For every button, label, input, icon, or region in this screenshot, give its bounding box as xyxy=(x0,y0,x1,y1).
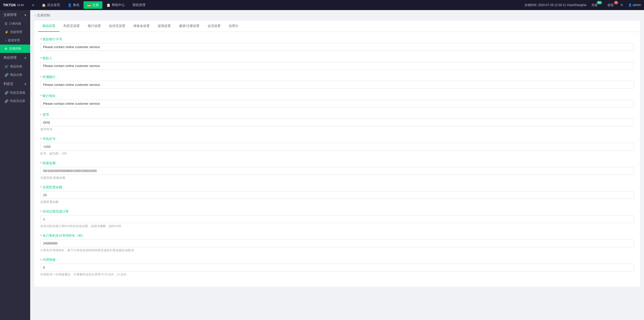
recharge-badge: 96 xyxy=(597,1,602,4)
form-content: * 收款银行卡号 * 收款人 * 所属银行 xyxy=(34,32,640,287)
input-area-code[interactable] xyxy=(40,143,634,151)
recharge-icon: ⚡ xyxy=(5,30,9,34)
breadcrumb: » 交易控制 xyxy=(34,13,640,18)
app-version: V3.39 xyxy=(17,4,24,7)
label-bank-address: * 银行地址 xyxy=(40,94,634,98)
field-bank-card: * 收款银行卡号 xyxy=(40,37,634,51)
list-icon: ☰ xyxy=(5,22,8,26)
nav-role[interactable]: 👤 角色 xyxy=(64,1,83,9)
field-area-code: * 手机区号 区号，如巴西：+55 xyxy=(40,137,634,156)
tab-interest[interactable]: 利息宝设置 xyxy=(59,21,84,32)
app-name: TIKTOK xyxy=(3,3,16,7)
chevron-down-icon: ∨ xyxy=(24,13,27,17)
tab-basic[interactable]: 基础设置 xyxy=(38,21,59,32)
withdraw-icon: ↑ xyxy=(5,39,6,42)
link-icon: 🔗 xyxy=(5,91,9,95)
nav-transaction[interactable]: 💳 交易 xyxy=(84,1,102,9)
cart-icon: 🛒 xyxy=(5,65,9,68)
input-currency[interactable] xyxy=(40,119,634,126)
field-auto-expire: * 自动过期充值订单 未支付的充值订单N小时后自动过期，必须为整数，如24小时 xyxy=(40,209,634,228)
field-bank-name: * 所属银行 xyxy=(40,75,634,89)
field-min-balance: * 交易所需余额 交易所需余额 xyxy=(40,185,634,204)
nav-dashboard[interactable]: 🏠 后台首页 xyxy=(38,1,64,9)
tab-bank[interactable]: 银行设置 xyxy=(84,21,105,32)
label-proxy-review: * 代理审核 xyxy=(40,258,634,262)
label-bank-card: * 收款银行卡号 xyxy=(40,37,634,42)
nav-help[interactable]: 📋 帮助中心 xyxy=(103,1,128,9)
tab-credit[interactable]: 信用分 xyxy=(225,21,243,32)
label-auto-expire: * 自动过期充值订单 xyxy=(40,209,634,214)
label-area-code: * 手机区号 xyxy=(40,137,634,141)
label-min-balance: * 交易所需余额 xyxy=(40,185,634,190)
admin-label: 👤 admin xyxy=(628,3,641,7)
top-navigation: TIKTOK V3.39 ≡ 🏠 后台首页 👤 角色 💳 交易 📋 帮助中心 系… xyxy=(0,0,644,10)
sidebar-item-product-category[interactable]: 🔗 商品分类 xyxy=(0,71,30,79)
label-payee: * 收款人 xyxy=(40,56,634,60)
label-bank-name: * 所属银行 xyxy=(40,75,634,79)
sidebar-group-lishabao[interactable]: 利息宝 ∨ xyxy=(0,79,30,89)
sidebar-item-withdraw-mgmt[interactable]: ↑ 提现管理 xyxy=(0,36,30,45)
tab-invite-register[interactable]: 邀请/注册设置 xyxy=(175,21,204,32)
field-proxy-review: * 代理审核 代理是否一次审核通过，不需要经过后台管理 0=不允许，1=允许， xyxy=(40,258,634,277)
input-payment-timeout[interactable] xyxy=(40,239,634,247)
sidebar-item-order-list[interactable]: ☰ 订单列表 xyxy=(0,20,30,28)
sidebar-item-recharge-mgmt[interactable]: ⚡ 充值管理 xyxy=(0,28,30,36)
label-quick-amount: * 快捷金额 xyxy=(40,161,634,165)
input-bank-card[interactable] xyxy=(40,43,634,51)
nav-items: ≡ 🏠 后台首页 👤 角色 💳 交易 📋 帮助中心 系统管理 xyxy=(29,1,524,9)
main-content: » 交易控制 基础设置 利息宝设置 银行设置 短信宝设置 体验金设置 提现设置 … xyxy=(30,10,644,320)
hint-quick-amount: 充值页面 快捷金额 xyxy=(40,176,634,180)
hint-proxy-review: 代理是否一次审核通过，不需要经过后台管理 0=不允许，1=允许， xyxy=(40,272,634,277)
input-proxy-review[interactable] xyxy=(40,264,634,271)
sidebar: 交易管理 ∨ ☰ 订单列表 ⚡ 充值管理 ↑ 提现管理 ⚙ 交易控制 商品管理 … xyxy=(0,10,30,320)
chevron-down-icon: ∨ xyxy=(24,82,27,86)
hint-payment-timeout: 订单支付等待时长，新下订单未在此时间内容完成支付将会被自动取消 xyxy=(40,248,634,253)
sidebar-group-transaction[interactable]: 交易管理 ∨ xyxy=(0,10,30,20)
hint-currency: 货币符号 xyxy=(40,127,634,132)
content-card: 基础设置 利息宝设置 银行设置 短信宝设置 体验金设置 提现设置 邀请/注册设置… xyxy=(34,21,640,287)
tab-withdraw-settings[interactable]: 提现设置 xyxy=(154,21,175,32)
category-icon: 🔗 xyxy=(5,73,9,77)
recharge-button[interactable]: 充值 96 xyxy=(589,3,599,7)
field-payment-timeout: * 未订单的支付等待时长（秒） 订单支付等待时长，新下订单未在此时间内容完成支付… xyxy=(40,233,634,253)
refresh-button[interactable]: ↻ xyxy=(621,3,623,7)
breadcrumb-separator: » xyxy=(34,14,36,17)
tab-membership[interactable]: 会员设置 xyxy=(204,21,225,32)
chevron-down-icon: ∨ xyxy=(24,56,27,60)
input-min-balance[interactable] xyxy=(40,191,634,199)
withdraw-button[interactable]: 提现 5 xyxy=(606,3,616,7)
withdraw-badge: 5 xyxy=(614,1,618,4)
sidebar-item-lishabao-options[interactable]: 🔗 利息宝选项 xyxy=(0,89,30,97)
app-logo: TIKTOK V3.39 xyxy=(3,3,24,7)
hint-area-code: 区号，如巴西：+55 xyxy=(40,152,634,156)
sidebar-item-product-list[interactable]: 🛒 商品列表 xyxy=(0,62,30,71)
field-bank-address: * 银行地址 xyxy=(40,94,634,108)
hint-auto-expire: 未支付的充值订单N小时后自动过期，必须为整数，如24小时 xyxy=(40,224,634,228)
tab-bar: 基础设置 利息宝设置 银行设置 短信宝设置 体验金设置 提现设置 邀请/注册设置… xyxy=(34,21,640,32)
nav-menu-toggle[interactable]: ≡ xyxy=(29,2,38,9)
record-icon: 🔗 xyxy=(5,99,9,103)
field-currency: * 货币 货币符号 xyxy=(40,113,634,132)
breadcrumb-current: 交易控制 xyxy=(37,13,50,18)
datetime-display: 当地时间: 2024-07-29 12:30:11 Asia/Shanghai xyxy=(524,3,586,7)
top-right-info: 当地时间: 2024-07-29 12:30:11 Asia/Shanghai … xyxy=(524,3,641,7)
nav-system[interactable]: 系统管理 xyxy=(129,1,149,9)
sidebar-item-transaction-control[interactable]: ⚙ 交易控制 xyxy=(0,45,30,53)
label-currency: * 货币 xyxy=(40,113,634,117)
tab-sms[interactable]: 短信宝设置 xyxy=(105,21,129,32)
input-payee[interactable] xyxy=(40,62,634,70)
input-bank-name[interactable] xyxy=(40,81,634,89)
field-payee: * 收款人 xyxy=(40,56,634,70)
hint-min-balance: 交易所需余额 xyxy=(40,200,634,204)
label-payment-timeout: * 未订单的支付等待时长（秒） xyxy=(40,233,634,238)
sidebar-group-product[interactable]: 商品管理 ∨ xyxy=(0,53,30,62)
tab-experience[interactable]: 体验金设置 xyxy=(129,21,154,32)
input-auto-expire[interactable] xyxy=(40,215,634,223)
field-quick-amount: * 快捷金额 充值页面 快捷金额 xyxy=(40,161,634,180)
input-bank-address[interactable] xyxy=(40,100,634,108)
input-quick-amount[interactable] xyxy=(40,167,634,175)
sidebar-item-lishabao-records[interactable]: 🔗 利息宝记录 xyxy=(0,97,30,105)
settings-icon: ⚙ xyxy=(5,47,8,51)
